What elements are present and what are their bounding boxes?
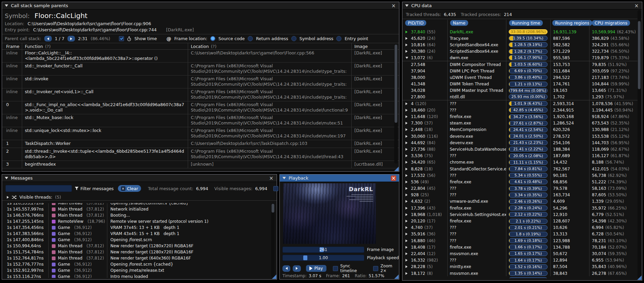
expand-row-icon[interactable]: [405, 187, 411, 190]
message-row[interactable]: 1s 147,354,456nsGame(36,912)VRAM 37x45: …: [2, 224, 272, 231]
column-header-pid-tid[interactable]: PID/TID: [405, 20, 426, 26]
close-icon[interactable]: [634, 3, 639, 9]
cpu-row[interactable]: 27,548DWM Compositor Thread1:03.5 (6.60%…: [402, 61, 638, 68]
cpu-row[interactable]: 34,028DWM Master Input Thread799.64 ms (…: [402, 87, 638, 94]
expand-row-icon[interactable]: [405, 115, 411, 118]
expand-row-icon[interactable]: [405, 154, 411, 157]
collapse-icon[interactable]: [282, 177, 286, 179]
collapse-icon[interactable]: [405, 4, 409, 7]
expand-row-icon[interactable]: [405, 109, 411, 112]
expand-row-icon[interactable]: [405, 239, 411, 242]
expand-row-icon[interactable]: [405, 174, 411, 177]
expand-row-icon[interactable]: [405, 252, 411, 255]
column-header-image[interactable]: Image: [351, 43, 393, 49]
column-header-cpu-migrations[interactable]: CPU migrations: [592, 20, 630, 26]
callstack-scrollbar[interactable]: [394, 44, 398, 164]
radio-symbol-address[interactable]: [291, 36, 296, 41]
expand-row-icon[interactable]: [405, 31, 411, 33]
expand-row-icon[interactable]: [405, 213, 411, 216]
clear-button[interactable]: Clear: [118, 185, 141, 192]
resize-grip[interactable]: [272, 274, 276, 279]
message-row[interactable]: 1s 151,754,784nsMain thread(37,812)New r…: [2, 249, 272, 255]
cpu-row[interactable]: 16,332(982)???1.64 s (0.17%)12,8946,955(…: [402, 257, 638, 264]
callstack-row[interactable]: 1TaskDispatch::WorkerC:\Users\wolf\Deskt…: [2, 140, 399, 148]
radio-source-code[interactable]: [210, 36, 215, 41]
cpu-row[interactable]: 7,300(37)steam.exe27.61 s (2.87%)1,286,5…: [402, 120, 638, 127]
message-row[interactable]: 1s 152,776,777nsGame(36,912)Opening /for…: [2, 261, 272, 267]
cpu-row[interactable]: 2,448(18)MemCompression24.41 s (2.54%)62…: [402, 127, 638, 133]
play-button[interactable]: Play: [306, 265, 326, 272]
cpu-row[interactable]: 18,172(8)msvsmon.exe1.35 s (0.14%)38,843…: [402, 270, 638, 277]
expand-row-icon[interactable]: [405, 122, 411, 124]
expand-row-icon[interactable]: [405, 102, 411, 105]
callstack-row[interactable]: inlineFloor::CalcLight::__l4::<lambda_5b…: [2, 50, 399, 63]
message-row[interactable]: 1s 153,116,27nsGame(36,912)Intro menu lo…: [2, 273, 272, 278]
expand-row-icon[interactable]: [405, 226, 411, 229]
zoom-2x-label[interactable]: Zoom 2×: [381, 264, 399, 273]
expand-row-icon[interactable]: [405, 135, 411, 138]
expand-row-icon[interactable]: [405, 265, 411, 268]
playback-speed-slider[interactable]: 1.00: [282, 255, 364, 261]
callstack-row[interactable]: 0std::_Func_impl_no_alloc<<lambda_5bc224…: [2, 101, 399, 114]
cpu-row[interactable]: 22,404(12)msvsmon.exe1.65 s (0.17%)50,67…: [402, 250, 638, 257]
expand-row-icon[interactable]: [405, 181, 411, 183]
message-row[interactable]: 1s 147,400,846nsGame(36,912)Opening /for…: [2, 237, 272, 243]
prev-frame-button[interactable]: [282, 265, 290, 272]
column-header-frame[interactable]: Frame: [2, 43, 22, 49]
cpu-row[interactable]: 45,620(24)Tracy.exe1:39.5 (10.34%)887,59…: [402, 35, 638, 41]
close-icon[interactable]: [269, 176, 274, 181]
show-time-label[interactable]: Show time: [134, 36, 157, 41]
cpu-row[interactable]: 30,380(24)ScriptedSandbox64.exe1:28.2 (9…: [402, 48, 638, 55]
cpu-row[interactable]: 3,536(75)???20.05 s (2.08%)187,689116,12…: [402, 153, 638, 159]
message-row[interactable]: 1s 147,383,566nsGame(36,912)VRAM 43x45: …: [2, 231, 272, 237]
expand-row-icon[interactable]: [405, 207, 411, 210]
show-images-checkbox[interactable]: [273, 186, 278, 191]
radio-source-code-label[interactable]: Source code: [218, 36, 245, 41]
message-row[interactable]: 1s 150,994,64nsMain thread(37,812)New re…: [2, 243, 272, 249]
callstack-row[interactable]: 3beginthreadex[unknown][ucrtbase.dll]: [2, 161, 399, 168]
callstack-row[interactable]: inlinestd::_Mutex_base::lockC:\Program F…: [2, 114, 399, 127]
radio-return-address[interactable]: [248, 36, 253, 41]
cpu-row[interactable]: 536(49)firefox.exe4.61 s (0.48%)68,85651…: [402, 179, 638, 185]
cpu-row[interactable]: 37,840(55)DarkRL.exe33:30.8 (208.96%)16,…: [402, 29, 638, 35]
close-icon[interactable]: [391, 176, 396, 181]
callstack-row[interactable]: 2std::thread::_Invoke<std::tuple<<lambda…: [2, 148, 399, 161]
cpu-row[interactable]: 4(120)???1:01.9 (6.43%)2,593,3141,078,53…: [402, 100, 638, 107]
resize-grip[interactable]: [637, 276, 642, 280]
cpu-row[interactable]: 18,968(1,018)ServiceHub.SettingsHost.ex2…: [402, 211, 638, 218]
message-row[interactable]: 1s 147,255,145nsRemoteView(18,796)Remote…: [2, 218, 272, 224]
expand-row-icon[interactable]: [405, 272, 411, 275]
cpu-row-partial[interactable]: [402, 277, 638, 278]
callstack-row[interactable]: inlinestd::invokeC:\Program Files (x86)\…: [2, 76, 399, 88]
expand-row-icon[interactable]: [405, 44, 411, 46]
cpu-row[interactable]: 22,804(45)???3.78 s (0.39%)79,57858,163(…: [402, 185, 638, 192]
sync-timeline-checkbox[interactable]: [333, 266, 338, 271]
expand-row-icon[interactable]: [405, 246, 411, 249]
cpu-row[interactable]: 37,904DWM LPC Port Thread6.69 s (0.70%)3…: [402, 68, 638, 74]
show-time-checkbox[interactable]: [119, 36, 124, 41]
cpu-row[interactable]: 20,120(17)firefox.exe2.1 s (0.22%)128,60…: [402, 218, 638, 224]
cpu-row[interactable]: 16,880(46)???1.69 s (0.18%)123,98878,231…: [402, 237, 638, 244]
message-row[interactable]: 1s 152,764,817nsMain thread(37,812)New r…: [2, 255, 272, 261]
visible-threads-label[interactable]: Visible threads:: [19, 195, 52, 200]
column-header-running-regions[interactable]: Running regions: [552, 20, 592, 26]
radio-return-address-label[interactable]: Return address: [256, 36, 288, 41]
next-frame-button[interactable]: [293, 265, 301, 272]
collapse-icon[interactable]: [5, 177, 8, 179]
cpu-row[interactable]: 17,396(43)firefox.exe2.28 s (0.24%)54,29…: [402, 205, 638, 211]
cpu-row[interactable]: 35,916(36)???1.8 s (0.19%)13,3136,728(50…: [402, 231, 638, 237]
collapse-icon[interactable]: [5, 4, 8, 7]
cpu-row[interactable]: 928(25)???3.34 s (0.35%)163,73487,605(53…: [402, 192, 638, 198]
expand-icon[interactable]: [7, 196, 9, 199]
radio-symbol-address-label[interactable]: Symbol address: [300, 36, 334, 41]
column-header-running-time[interactable]: Running time: [509, 20, 543, 26]
message-row[interactable]: 1s 152,912,997nsGame(36,912)Opening /met…: [2, 267, 272, 273]
cpu-row[interactable]: 18,408(17)firefox.exe1.66 s (0.17%)134,7…: [402, 244, 638, 250]
expand-row-icon[interactable]: [405, 128, 411, 131]
column-header-name[interactable]: Name: [450, 20, 468, 26]
cpu-scrollbar[interactable]: [638, 10, 641, 278]
filter-input[interactable]: [5, 185, 72, 192]
column-header-function[interactable]: Function(?): [22, 43, 188, 49]
cpu-row[interactable]: 30,060(116)devenv.exe24.01 s (2.50%)278,…: [402, 133, 638, 139]
message-row[interactable]: 1s 146,576,766nsMain thread(37,812)Booti…: [2, 212, 272, 218]
